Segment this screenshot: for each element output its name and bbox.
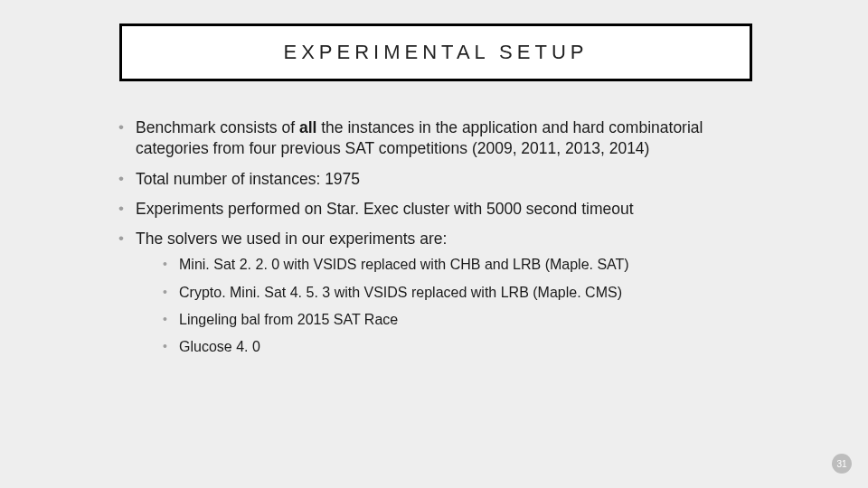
list-item: Total number of instances: 1975 — [116, 169, 756, 190]
text: The solvers we used in our experiments a… — [136, 230, 447, 248]
slide: EXPERIMENTAL SETUP Benchmark consists of… — [0, 0, 868, 488]
sub-bullet-list: Mini. Sat 2. 2. 0 with VSIDS replaced wi… — [136, 255, 756, 356]
list-item: Experiments performed on Star. Exec clus… — [116, 199, 756, 220]
bullet-list: Benchmark consists of all the instances … — [116, 117, 756, 356]
text: Benchmark consists of — [136, 118, 299, 136]
list-item: Benchmark consists of all the instances … — [116, 117, 756, 160]
text: Total number of instances: 1975 — [136, 170, 360, 188]
list-item: Lingeling bal from 2015 SAT Race — [163, 310, 756, 329]
list-item: Glucose 4. 0 — [163, 337, 756, 356]
slide-title: EXPERIMENTAL SETUP — [284, 41, 589, 64]
text: Lingeling bal from 2015 SAT Race — [179, 312, 398, 327]
list-item: Mini. Sat 2. 2. 0 with VSIDS replaced wi… — [163, 255, 756, 274]
page-number-badge: 31 — [832, 454, 852, 474]
list-item: The solvers we used in our experiments a… — [116, 229, 756, 356]
text-bold: all — [299, 118, 316, 136]
text: Crypto. Mini. Sat 4. 5. 3 with VSIDS rep… — [179, 285, 622, 300]
text: Mini. Sat 2. 2. 0 with VSIDS replaced wi… — [179, 257, 629, 272]
text: Glucose 4. 0 — [179, 339, 260, 354]
page-number: 31 — [836, 459, 846, 469]
title-box: EXPERIMENTAL SETUP — [119, 23, 752, 81]
text: Experiments performed on Star. Exec clus… — [136, 200, 634, 218]
list-item: Crypto. Mini. Sat 4. 5. 3 with VSIDS rep… — [163, 283, 756, 302]
slide-content: Benchmark consists of all the instances … — [116, 117, 756, 365]
